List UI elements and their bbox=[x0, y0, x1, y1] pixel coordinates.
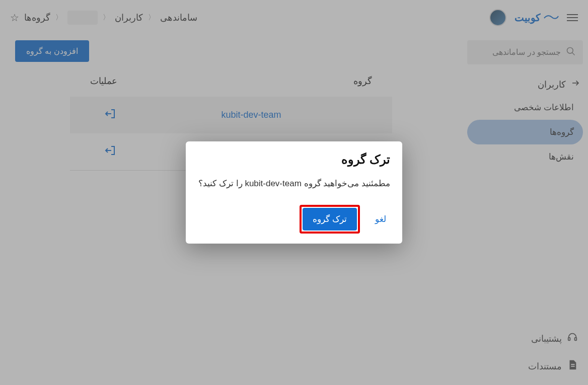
dialog-title: ترک گروه bbox=[198, 152, 390, 167]
dialog-message: مطمئنید می‌خواهید گروه kubit-dev-team را… bbox=[198, 177, 390, 190]
leave-group-dialog: ترک گروه مطمئنید می‌خواهید گروه kubit-de… bbox=[186, 141, 402, 243]
confirm-leave-button[interactable]: ترک گروه bbox=[303, 208, 357, 230]
confirm-highlight: ترک گروه bbox=[300, 205, 360, 234]
modal-overlay[interactable]: ترک گروه مطمئنید می‌خواهید گروه kubit-de… bbox=[0, 0, 588, 385]
cancel-button[interactable]: لغو bbox=[371, 205, 390, 234]
